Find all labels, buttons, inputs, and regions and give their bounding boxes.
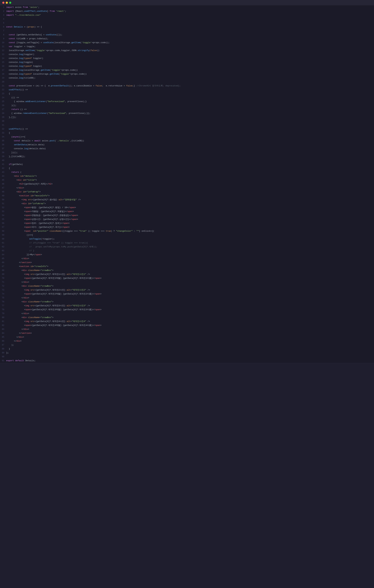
code-line: 71 </div> [0, 280, 374, 284]
code-line: 25 { window.addEventListener("beforeunlo… [0, 100, 374, 104]
code-line: 27 return () => [0, 107, 374, 111]
code-line: 34 (async()=>{ [0, 135, 374, 139]
code-line: 69 <img src={getData[0]?.제작진1사진} alt="제작… [0, 273, 374, 276]
code-line: 87 ); [0, 343, 374, 347]
code-line: 53 <span>개봉일: {getData[0]?.개봉일}</span> [0, 210, 374, 213]
code-line: 68 <div className="crewBox"> [0, 268, 374, 273]
code-line: 40 [0, 158, 374, 162]
code-line: 89 }; [0, 351, 374, 355]
code-line: 58 <span id="pointer" className={(toggle… [0, 229, 374, 233]
editor-window: 1 import axios from 'axios'; 2 import {R… [0, 0, 374, 588]
code-line: 51 <div id="infoArea"> [0, 202, 374, 206]
code-line: 84 </section> [0, 331, 374, 335]
code-line: 79 </div> [0, 312, 374, 315]
code-line: 10 const [toggle,setToggle] = useState(l… [0, 41, 374, 45]
code-line: 20 [0, 80, 374, 84]
code-line: 65 </div> [0, 257, 374, 261]
code-line: 80 <div className="crewBox"> [0, 315, 374, 320]
code-line: 66 </section> [0, 261, 374, 264]
code-line: 82 <span>{getData[0]?.제작진4역할} {getData[0… [0, 324, 374, 327]
code-line: 3 import "../css/details.css" [0, 13, 374, 17]
code-line: 78 <span>{getData[0]?.제작진3역할} {getData[0… [0, 308, 374, 312]
code-line: 50 <img src={getData[0]?.썸네일} alt="영화썸네일… [0, 198, 374, 202]
code-line: 88 } [0, 347, 374, 351]
code-line: 42 { [0, 166, 374, 170]
code-line: 18 console.log(typeof localStorage.getIt… [0, 72, 374, 76]
code-line: 9 const titleDB = props.toDetail; [0, 37, 374, 41]
code-line: 60 setToggle(!toggler); [0, 237, 374, 241]
code-line: 14 console.log(typeof toggler) [0, 56, 374, 60]
code-line: 7 [0, 29, 374, 33]
code-line: 49 <section id="movieInfo"> [0, 194, 374, 198]
code-line: 56 <span>장르: {getData[0]?.장르}</span> [0, 221, 374, 225]
code-line: 29 },[]); [0, 115, 374, 119]
code-line: 36 setGetData(details.data) [0, 143, 374, 147]
code-line: 85 </div> [0, 335, 374, 339]
code-line: 38 })(); [0, 151, 374, 155]
close-button[interactable] [2, 2, 4, 4]
code-line: 83 </div> [0, 327, 374, 331]
code-line: 28 { window.removeEventListener("beforeu… [0, 111, 374, 115]
code-line: 37 console.log(details.data) [0, 147, 374, 151]
code-line: 39 },[titleDB]); [0, 155, 374, 158]
code-line: 21 const preventClose = (e) => { e.preve… [0, 84, 374, 88]
code-line: 62 // props.setToMy(props.toMy.push(getD… [0, 245, 374, 249]
code-line: 48 <div id="infoWrap"> [0, 190, 374, 194]
code-line: 74 <span>{getData[0]?.제작진2역할} {getData[0… [0, 292, 374, 296]
code-line: 41 if(getData) [0, 162, 374, 166]
code-line: 77 <img src={getData[0]?.제작진3사진} alt="제작… [0, 304, 374, 308]
code-line: 19 console.log(titleDB); [0, 76, 374, 80]
code-line: 59 ()=>{ [0, 233, 374, 237]
code-line: 43 return ( [0, 170, 374, 174]
code-line: 61 // if((toggle === "true" || toggle ==… [0, 241, 374, 245]
code-line: 33 { [0, 131, 374, 135]
maximize-button[interactable] [9, 2, 11, 4]
code-line: 2 import {React,useEffect,useState} from… [0, 9, 374, 13]
code-line: 45 <div id="title"> [0, 178, 374, 182]
code-line: 30 [0, 119, 374, 123]
code-line: 13 console.log(toggler) [0, 52, 374, 56]
code-line: 22 useEffect(() => [0, 88, 374, 92]
code-line: 67 <section id="crewInfo"> [0, 264, 374, 268]
code-line: 76 <div className="crewBox"> [0, 300, 374, 304]
code-line: 11 var toggler = toggle; [0, 45, 374, 49]
code-line: 86 </div> [0, 339, 374, 343]
code-line: 57 <span>국가: {getData[0]?.국가}</span> [0, 225, 374, 229]
code-line: 4 [0, 17, 374, 21]
code-line: 23 { [0, 92, 374, 96]
code-line: 8 const [getData,setGetData] = useState(… [0, 33, 374, 37]
titlebar [0, 0, 374, 5]
code-line: 72 <div className="crewBox"> [0, 284, 374, 288]
code-line: 46 <h2>{getData[0]?.제목}</h2> [0, 182, 374, 186]
code-line: 54 <span>관람등급: {getData[0]?.관람등급}</span> [0, 213, 374, 217]
code-editor[interactable]: 1 import axios from 'axios'; 2 import {R… [0, 5, 374, 363]
code-line: 73 <img src={getData[0]?.제작진2사진} alt="제작… [0, 288, 374, 292]
code-line: 5 [0, 21, 374, 25]
code-line: 52 <span>평점: {getData[0]?.평점} / 10</span… [0, 206, 374, 210]
code-line: 90 [0, 355, 374, 359]
code-line: 31 [0, 123, 374, 127]
code-line: 35 const details = await axios.post(`./d… [0, 139, 374, 143]
code-line: 64 }}>My</span> [0, 253, 374, 257]
code-line: 16 console.log(typeof toggle) [0, 64, 374, 68]
code-line: 24 (() => [0, 96, 374, 100]
code-line: 32 useEffect(() => [0, 127, 374, 131]
code-line: 70 <span>{getData[0]?.제작진1역할} {getData[0… [0, 276, 374, 280]
code-line: 26 )(); [0, 104, 374, 107]
minimize-button[interactable] [6, 2, 8, 4]
code-line: 81 <img src={getData[0]?.제작진4사진} alt="제작… [0, 320, 374, 324]
code-line: 17 console.log(localStorage.getItem('tog… [0, 68, 374, 72]
code-line: 47 </div> [0, 186, 374, 190]
code-line: 6 const Details = (props) => { [0, 25, 374, 29]
code-line: 63 // } [0, 249, 374, 253]
code-line: 55 <span>상영시간: {getData[0]?.상영시간}</span> [0, 217, 374, 221]
code-line: 1 import axios from 'axios'; [0, 5, 374, 9]
code-line: 91 export default Details; [0, 359, 374, 363]
code-line: 12 localStorage.setItem('toggle'+props.c… [0, 49, 374, 52]
code-line: 44 <div id="details"> [0, 174, 374, 178]
code-line: 75 </div> [0, 296, 374, 300]
code-line: 15 console.log(toggle) [0, 60, 374, 64]
